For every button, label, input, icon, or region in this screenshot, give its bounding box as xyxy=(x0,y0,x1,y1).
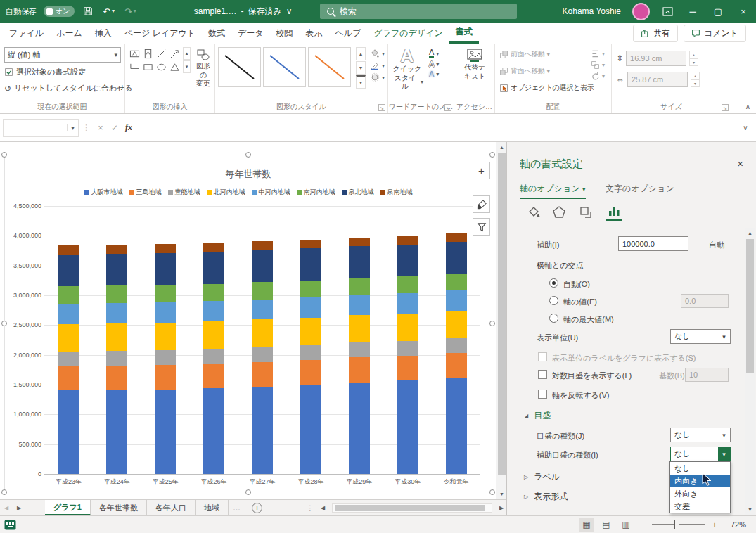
scrollbar-splitter[interactable]: ⋮ xyxy=(307,504,314,512)
bar-segment-泉北地域[interactable] xyxy=(300,248,321,280)
sheet-nav-left[interactable]: ◀ xyxy=(0,505,13,511)
bar-segment-泉南地域[interactable] xyxy=(349,238,370,247)
effects-icon-button[interactable] xyxy=(551,204,568,221)
section-number-format[interactable]: ▷ 表示形式 xyxy=(524,491,568,503)
bar-segment-大阪市地域[interactable] xyxy=(106,390,127,474)
bar-segment-泉南地域[interactable] xyxy=(300,240,321,249)
chart-title[interactable]: 毎年世帯数 xyxy=(5,168,492,181)
shape-fill-button[interactable]: ▾ xyxy=(370,49,385,58)
redo-button[interactable]: ↷ ▾ xyxy=(123,6,138,18)
collapse-ribbon-button[interactable]: ∧ xyxy=(745,103,750,110)
selection-handle[interactable] xyxy=(1,152,7,158)
scroll-left-icon[interactable]: ◀ xyxy=(316,505,329,511)
width-spinner[interactable]: ▴ ▾ xyxy=(691,72,700,87)
bar-segment-泉南地域[interactable] xyxy=(397,236,418,245)
bar-segment-三島地域[interactable] xyxy=(252,362,273,387)
bar-segment-泉南地域[interactable] xyxy=(58,245,79,255)
spin-down-icon[interactable]: ▾ xyxy=(689,58,698,66)
shape-style-preview[interactable] xyxy=(308,47,351,87)
scrollbar-thumb[interactable] xyxy=(335,505,485,511)
vertical-textbox-shape-icon[interactable] xyxy=(141,47,154,60)
shape-style-preview[interactable] xyxy=(218,47,261,87)
spin-down-icon[interactable]: ▾ xyxy=(691,79,700,87)
scrollbar-track[interactable] xyxy=(332,503,492,513)
stacked-bar-平成27年[interactable] xyxy=(252,206,273,474)
formula-input[interactable] xyxy=(139,119,738,137)
reverse-axis-label[interactable]: 軸を反転する(V) xyxy=(552,390,609,401)
selection-handle[interactable] xyxy=(245,152,251,158)
document-title[interactable]: sample1.… - 保存済み ∨ xyxy=(194,6,293,18)
bar-segment-北河内地域[interactable] xyxy=(252,319,273,347)
style-gallery-scroll[interactable]: ▴ ▾ ▾ xyxy=(356,47,366,89)
search-box[interactable]: 検索 xyxy=(320,4,517,19)
elbow-connector-shape-icon[interactable] xyxy=(128,60,141,73)
bar-segment-豊能地域[interactable] xyxy=(106,351,127,366)
undo-button[interactable]: ↶ ▾ xyxy=(101,6,116,18)
bar-segment-中河内地域[interactable] xyxy=(155,302,176,323)
bar-segment-南河内地域[interactable] xyxy=(203,284,224,301)
status-icon[interactable] xyxy=(4,520,16,530)
bar-segment-大阪市地域[interactable] xyxy=(58,390,79,474)
bar-segment-三島地域[interactable] xyxy=(58,366,79,391)
vertical-scrollbar[interactable]: ▲ ▼ xyxy=(496,142,506,499)
zoom-out-button[interactable]: − xyxy=(638,520,648,530)
autosave-toggle[interactable]: オン xyxy=(44,6,75,17)
bar-segment-泉北地域[interactable] xyxy=(106,254,127,286)
fill-line-icon-button[interactable] xyxy=(525,204,542,221)
formula-bar-expand-button[interactable]: ∨ xyxy=(738,124,753,131)
sheet-tab-グラフ1[interactable]: グラフ1 xyxy=(45,500,91,515)
bar-segment-泉北地域[interactable] xyxy=(203,252,224,283)
display-units-dropdown[interactable]: なし ▾ xyxy=(670,329,731,344)
scroll-up-icon[interactable]: ▲ xyxy=(745,228,755,238)
alt-text-button[interactable]: 代替テ キスト xyxy=(457,48,492,81)
quick-styles-button[interactable]: A クイック スタイル ▾ xyxy=(391,46,423,91)
spin-up-icon[interactable]: ▴ xyxy=(691,72,700,79)
user-name[interactable]: Kohama Yoshie xyxy=(563,6,621,16)
bar-segment-南河内地域[interactable] xyxy=(106,285,127,303)
scroll-up-icon[interactable]: ▲ xyxy=(496,142,507,153)
bar-segment-北河内地域[interactable] xyxy=(203,321,224,349)
triangle-shape-icon[interactable] xyxy=(168,60,181,73)
chart-elements-button[interactable]: + xyxy=(473,162,490,179)
stacked-bar-平成30年[interactable] xyxy=(397,206,418,474)
bar-segment-南河内地域[interactable] xyxy=(446,274,467,290)
bar-segment-中河内地域[interactable] xyxy=(203,301,224,321)
enter-button[interactable]: ✓ xyxy=(108,123,122,133)
zoom-slider-thumb[interactable] xyxy=(674,520,679,529)
bar-segment-泉北地域[interactable] xyxy=(446,242,467,274)
oval-shape-icon[interactable] xyxy=(155,60,167,73)
zoom-in-button[interactable]: + xyxy=(710,520,719,530)
horizontal-scrollbar[interactable]: ⋮ ◀ ▶ xyxy=(307,500,508,515)
bar-segment-泉北地域[interactable] xyxy=(397,245,418,276)
bar-segment-北河内地域[interactable] xyxy=(349,315,370,342)
share-button[interactable]: 共有 xyxy=(633,25,678,42)
bar-segment-大阪市地域[interactable] xyxy=(252,387,273,474)
user-avatar[interactable] xyxy=(632,3,650,20)
ribbon-tab-校閲[interactable]: 校閲 xyxy=(270,23,300,44)
selection-handle[interactable] xyxy=(489,152,495,158)
legend-item-豊能地域[interactable]: 豊能地域 xyxy=(168,188,200,197)
cancel-button[interactable]: × xyxy=(94,123,108,133)
stacked-bar-平成24年[interactable] xyxy=(106,206,127,474)
selection-pane-button[interactable]: オブジェクトの選択と表示 xyxy=(499,83,594,93)
shape-width-field[interactable]: 25.87 cm xyxy=(627,72,688,87)
align-button[interactable]: ▾ xyxy=(591,49,605,58)
ribbon-tab-ページ レイアウト[interactable]: ページ レイアウト xyxy=(118,23,202,44)
bar-segment-泉北地域[interactable] xyxy=(349,246,370,278)
minor-unit-auto-button[interactable]: 自動 xyxy=(709,240,724,250)
bar-segment-泉南地域[interactable] xyxy=(446,233,467,242)
bar-segment-泉南地域[interactable] xyxy=(203,243,224,252)
textbox-shape-icon[interactable] xyxy=(128,47,141,60)
radio-crosses-auto[interactable] xyxy=(549,278,558,288)
bar-segment-南河内地域[interactable] xyxy=(397,276,418,293)
crosses-max-label[interactable]: 軸の最大値(M) xyxy=(563,314,614,325)
ribbon-tab-ファイル[interactable]: ファイル xyxy=(3,23,50,44)
legend-item-北河内地域[interactable]: 北河内地域 xyxy=(207,188,245,197)
bar-segment-中河内地域[interactable] xyxy=(446,290,467,311)
ribbon-tab-グラフのデザイン[interactable]: グラフのデザイン xyxy=(367,23,449,44)
gallery-more-icon[interactable]: ▾ xyxy=(356,75,366,89)
bar-segment-三島地域[interactable] xyxy=(397,356,418,380)
bar-segment-大阪市地域[interactable] xyxy=(300,385,321,474)
ribbon-tab-データ[interactable]: データ xyxy=(231,23,270,44)
ribbon-tab-ヘルプ[interactable]: ヘルプ xyxy=(329,23,368,44)
